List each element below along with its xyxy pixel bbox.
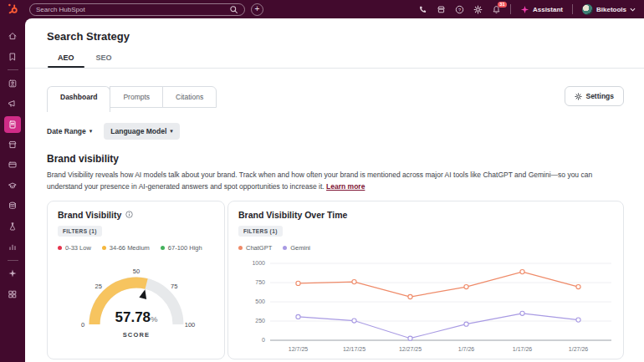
svg-text:750: 750: [255, 279, 265, 285]
date-range-dropdown[interactable]: Date Range ▾: [47, 127, 92, 135]
data-management-icon: [8, 201, 18, 211]
info-icon[interactable]: [125, 211, 133, 218]
sidebar-item-crm[interactable]: [4, 75, 21, 92]
notifications-button[interactable]: 31: [492, 5, 501, 14]
page-tab-aeo[interactable]: AEO: [47, 49, 85, 68]
tabs-divider: [25, 68, 644, 69]
svg-text:500: 500: [255, 298, 265, 304]
sidebar-divider: [8, 260, 18, 261]
hubspot-logo-icon[interactable]: [7, 3, 20, 16]
report-tab-citations[interactable]: Citations: [162, 86, 217, 108]
sidebar-item-marketing[interactable]: [4, 95, 21, 112]
svg-text:1/7/26: 1/7/26: [458, 346, 475, 352]
settings-button-label: Settings: [585, 92, 614, 100]
reporting-icon: [8, 242, 18, 252]
sidebar-item-sales[interactable]: [4, 156, 21, 173]
sidebar-item-service[interactable]: [4, 177, 21, 194]
top-navigation-bar: + ? 31: [0, 0, 644, 18]
sidebar-item-reporting[interactable]: [4, 238, 21, 255]
legend-item: 34-66 Medium: [102, 244, 150, 252]
filters-pill[interactable]: FILTERS (1): [58, 226, 102, 237]
automations-icon: [8, 222, 18, 232]
service-icon: [8, 181, 18, 191]
sidebar-item-data-management[interactable]: [4, 197, 21, 214]
help-icon[interactable]: ?: [455, 5, 464, 14]
sidebar-item-home[interactable]: [4, 28, 21, 44]
settings-icon[interactable]: [473, 5, 483, 14]
legend-dot: [238, 246, 243, 250]
settings-button[interactable]: Settings: [565, 86, 624, 106]
sidebar-divider: [8, 69, 18, 70]
breeze-ai-icon: [8, 268, 18, 278]
language-model-label: Language Model: [110, 127, 166, 135]
sidebar-item-app-marketplace[interactable]: [4, 286, 21, 303]
legend-dot: [161, 246, 165, 250]
gauge-card-title: Brand Visibility: [58, 210, 121, 220]
legend-item: ChatGPT: [238, 244, 272, 252]
section-description: Brand Visibility reveals how AI models t…: [47, 169, 624, 193]
chevron-down-icon: ▾: [89, 128, 93, 135]
sidebar-item-automations[interactable]: [4, 218, 21, 235]
topbar-divider: [510, 4, 511, 14]
legend-dot: [283, 246, 287, 250]
sidebar-navigation: [0, 18, 25, 362]
legend-dot: [58, 246, 62, 250]
chevron-down-icon: ▾: [170, 128, 173, 135]
calling-icon[interactable]: [418, 5, 427, 14]
search-icon: [229, 5, 238, 14]
language-model-dropdown[interactable]: Language Model ▾: [104, 123, 180, 140]
search-input[interactable]: [36, 6, 229, 13]
report-tab-prompts[interactable]: Prompts: [110, 86, 163, 108]
svg-text:1000: 1000: [252, 260, 265, 266]
marketplace-icon[interactable]: [437, 5, 446, 14]
sidebar-item-commerce[interactable]: [4, 136, 21, 153]
sidebar-item-bookmarks[interactable]: [4, 48, 21, 65]
svg-text:1/27/26: 1/27/26: [569, 346, 588, 352]
svg-text:25: 25: [95, 283, 101, 290]
assistant-button[interactable]: Assistant: [520, 5, 563, 14]
page-tabs: AEOSEO: [47, 49, 624, 68]
sidebar-item-breeze-ai[interactable]: [4, 265, 21, 282]
svg-text:50: 50: [132, 267, 139, 274]
crm-icon: [8, 79, 18, 89]
svg-text:12/27/25: 12/27/25: [399, 346, 422, 352]
svg-text:57.78%: 57.78%: [115, 309, 158, 325]
topbar-divider: [572, 4, 573, 14]
legend-label: 67-100 High: [168, 244, 202, 252]
chevron-down-icon: [630, 8, 636, 12]
description-text: Brand Visibility reveals how AI models t…: [47, 171, 592, 191]
chart-legend: ChatGPTGemini: [238, 244, 613, 252]
legend-label: Gemini: [290, 244, 310, 252]
gear-icon: [575, 93, 582, 100]
bookmarks-icon: [8, 52, 18, 62]
date-range-label: Date Range: [47, 127, 86, 135]
svg-text:1/17/26: 1/17/26: [513, 346, 532, 352]
global-search[interactable]: [29, 3, 245, 16]
svg-text:?: ?: [458, 7, 461, 12]
sales-icon: [8, 160, 18, 170]
section-heading: Brand visibility: [47, 153, 624, 165]
svg-text:100: 100: [184, 320, 195, 328]
svg-text:75: 75: [171, 283, 177, 290]
sidebar-item-content[interactable]: [4, 116, 21, 133]
learn-more-link[interactable]: Learn more: [326, 182, 365, 191]
create-button[interactable]: +: [251, 3, 263, 16]
account-menu[interactable]: Biketools: [582, 4, 636, 15]
page-tab-seo[interactable]: SEO: [85, 49, 123, 68]
commerce-icon: [8, 140, 18, 150]
svg-text:0: 0: [262, 337, 265, 343]
legend-dot: [102, 246, 106, 250]
legend-item: 0-33 Low: [58, 244, 91, 252]
home-icon: [8, 31, 18, 41]
page-title: Search Strategy: [47, 30, 624, 43]
svg-text:250: 250: [255, 318, 265, 324]
filters-pill[interactable]: FILTERS (1): [238, 226, 283, 237]
marketing-icon: [8, 99, 18, 109]
legend-label: 34-66 Medium: [110, 244, 150, 252]
legend-item: 67-100 High: [161, 244, 202, 252]
legend-label: 0-33 Low: [65, 244, 91, 252]
svg-text:0: 0: [80, 320, 84, 328]
report-tab-dashboard[interactable]: Dashboard: [47, 86, 110, 112]
legend-item: Gemini: [283, 244, 310, 252]
assistant-sparkle-icon: [520, 5, 529, 14]
